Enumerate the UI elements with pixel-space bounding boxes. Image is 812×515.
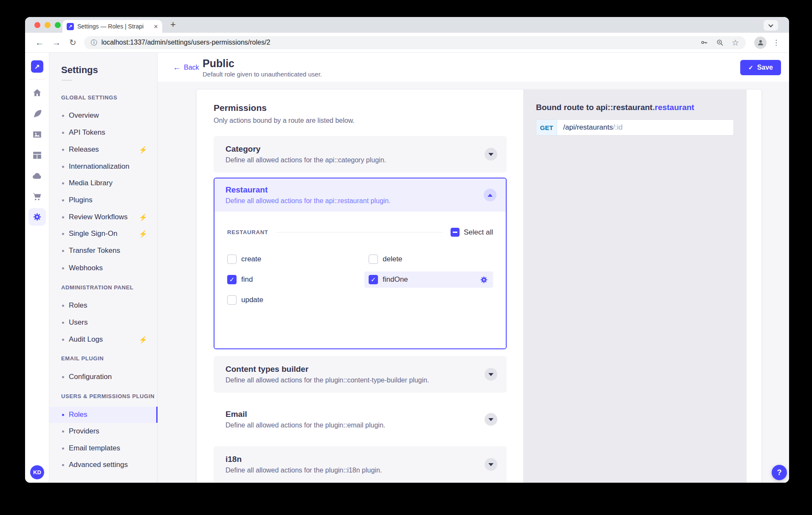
close-window-button[interactable] [34, 22, 40, 28]
back-link[interactable]: ← Back [173, 63, 199, 71]
select-all-control[interactable]: Select all [451, 228, 493, 237]
strapi-logo-icon[interactable]: ↗ [31, 60, 43, 73]
lightning-icon: ⚡ [139, 336, 147, 344]
sidebar-item-users[interactable]: Users [49, 314, 158, 331]
media-library-icon[interactable] [32, 129, 42, 140]
password-key-icon[interactable] [700, 38, 708, 47]
bookmark-star-icon[interactable]: ☆ [732, 38, 739, 48]
route-display: GET /api/restaurants/:id [536, 119, 734, 136]
settings-nav-active[interactable] [28, 208, 46, 226]
tab-search-button[interactable] [764, 20, 778, 31]
permission-delete[interactable]: delete [364, 251, 493, 267]
sidebar-item-configuration[interactable]: Configuration [49, 369, 158, 385]
permission-find[interactable]: ✓ find [227, 272, 364, 288]
tab-title: Settings — Roles | Strapi [77, 23, 150, 30]
sidebar-item-up-roles[interactable]: Roles [49, 407, 158, 423]
site-info-icon[interactable]: ⓘ [91, 39, 97, 47]
help-button[interactable]: ? [772, 465, 787, 480]
accordion-category[interactable]: Category Define all allowed actions for … [214, 136, 507, 173]
sidebar-item-transfer-tokens[interactable]: Transfer Tokens [49, 243, 158, 259]
save-button[interactable]: ✓ Save [740, 60, 781, 75]
expand-category-button[interactable] [485, 148, 497, 161]
expand-i18n-button[interactable] [485, 458, 497, 471]
page-body: Permissions Only actions bound by a rout… [158, 82, 789, 483]
sidebar-item-overview[interactable]: Overview [49, 108, 158, 124]
sidebar-item-advanced-settings[interactable]: Advanced settings [49, 457, 158, 473]
http-method-badge: GET [536, 120, 557, 135]
collapse-restaurant-button[interactable] [484, 189, 496, 201]
home-icon[interactable] [32, 88, 42, 98]
accordion-restaurant-header[interactable]: Restaurant Define all allowed actions fo… [214, 178, 506, 212]
restaurant-permissions-body: RESTAURANT Select all [214, 228, 506, 348]
browser-tab[interactable]: ↗ Settings — Roles | Strapi × [62, 20, 162, 33]
permission-create[interactable]: create [227, 251, 364, 267]
browser-toolbar: ← → ↻ ⓘ localhost:1337/admin/settings/us… [25, 33, 789, 53]
group-label: RESTAURANT [227, 229, 268, 235]
strapi-favicon-icon: ↗ [67, 23, 74, 30]
gear-icon [33, 212, 42, 221]
accordion-content-types-builder[interactable]: Content types builder Define all allowed… [214, 356, 507, 393]
sidebar-item-admin-roles[interactable]: Roles [49, 297, 158, 314]
sidebar-item-providers[interactable]: Providers [49, 423, 158, 439]
sidebar-item-plugins[interactable]: Plugins [49, 192, 158, 208]
permissions-column: Permissions Only actions bound by a rout… [214, 90, 507, 483]
bound-route-heading: Bound route to api::restaurant.restauran… [536, 103, 734, 112]
address-bar[interactable]: ⓘ localhost:1337/admin/settings/users-pe… [84, 36, 746, 49]
browser-window: ↗ Settings — Roles | Strapi × + ← → ↻ ⓘ … [25, 17, 789, 483]
cloud-icon[interactable] [32, 171, 42, 181]
update-checkbox[interactable] [227, 295, 237, 305]
accordion-email[interactable]: Email Define all allowed actions for the… [214, 401, 507, 438]
findone-settings-gear-icon[interactable] [480, 276, 488, 284]
content-manager-feather-icon[interactable] [32, 108, 42, 119]
sidebar-item-internationalization[interactable]: Internationalization [49, 158, 158, 175]
browser-profile-icon[interactable] [754, 37, 767, 49]
find-checkbox[interactable]: ✓ [227, 275, 237, 284]
permissions-subtitle: Only actions bound by a route are listed… [214, 117, 507, 125]
expand-email-button[interactable] [485, 413, 497, 426]
section-users-permissions-plugin: USERS & PERMISSIONS PLUGIN [61, 393, 155, 399]
permission-findone[interactable]: ✓ findOne [364, 272, 493, 288]
delete-checkbox[interactable] [369, 255, 378, 264]
section-email-plugin: EMAIL PLUGIN [61, 355, 104, 362]
marketplace-cart-icon[interactable] [32, 191, 42, 202]
zoom-page-icon[interactable] [716, 39, 724, 47]
desktop-background: ↗ Settings — Roles | Strapi × + ← → ↻ ⓘ … [0, 0, 812, 515]
accordion-restaurant-expanded: Restaurant Define all allowed actions fo… [214, 178, 507, 349]
sidebar-item-media-library[interactable]: Media Library [49, 175, 158, 191]
permission-update[interactable]: update [227, 292, 364, 308]
select-all-checkbox[interactable] [451, 228, 460, 237]
lightning-icon: ⚡ [139, 146, 147, 154]
sidebar-title: Settings [61, 65, 98, 76]
sidebar-item-releases[interactable]: Releases⚡ [49, 141, 158, 158]
url-text: localhost:1337/admin/settings/users-perm… [102, 39, 271, 46]
sidebar-item-single-sign-on[interactable]: Single Sign-On⚡ [49, 226, 158, 242]
create-checkbox[interactable] [227, 255, 237, 264]
settings-sidebar: Settings GLOBAL SETTINGS Overview API To… [49, 53, 158, 483]
minimize-window-button[interactable] [45, 22, 51, 28]
permissions-title: Permissions [214, 103, 507, 113]
content-type-builder-icon[interactable] [32, 150, 42, 161]
caret-down-icon [488, 463, 493, 466]
sidebar-item-api-tokens[interactable]: API Tokens [49, 125, 158, 141]
sidebar-item-audit-logs[interactable]: Audit Logs⚡ [49, 331, 158, 348]
findone-checkbox[interactable]: ✓ [369, 275, 378, 284]
caret-down-icon [488, 153, 493, 156]
sidebar-item-webhooks[interactable]: Webhooks [49, 260, 158, 276]
fullscreen-window-button[interactable] [55, 22, 61, 28]
browser-menu-icon[interactable]: ⋮ [773, 38, 780, 47]
browser-forward-button[interactable]: → [52, 38, 61, 47]
accordion-list: Category Define all allowed actions for … [214, 136, 507, 483]
accordion-i18n[interactable]: i18n Define all allowed actions for the … [214, 446, 507, 483]
new-tab-button[interactable]: + [170, 19, 176, 30]
expand-ctb-button[interactable] [485, 368, 497, 381]
browser-reload-button[interactable]: ↻ [69, 38, 76, 47]
rail-divider [29, 79, 45, 79]
sidebar-item-review-workflows[interactable]: Review Workflows⚡ [49, 209, 158, 225]
tab-close-icon[interactable]: × [154, 23, 158, 30]
lightning-icon: ⚡ [139, 230, 147, 238]
sidebar-item-email-templates[interactable]: Email templates [49, 440, 158, 456]
caret-down-icon [488, 418, 493, 421]
user-avatar[interactable]: KD [30, 465, 44, 479]
browser-back-button[interactable]: ← [35, 38, 44, 47]
page-title: Public [203, 57, 234, 70]
